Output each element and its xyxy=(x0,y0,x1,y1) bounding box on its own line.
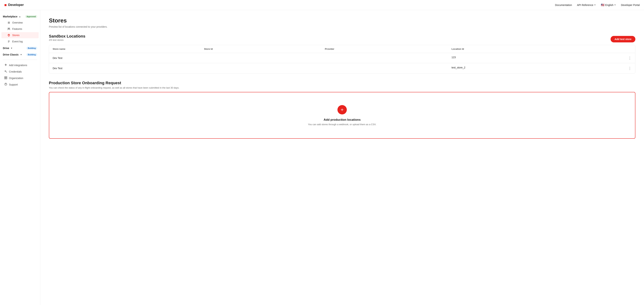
drive-classic-section-header[interactable]: Drive Classic ▼ Building xyxy=(0,52,40,58)
sidebar-item-support-label: Support xyxy=(9,83,18,86)
sidebar-item-overview-label: Overview xyxy=(12,21,23,24)
sidebar-item-stores-label: Stores xyxy=(12,34,20,37)
drive-classic-label: Drive Classic xyxy=(3,53,19,56)
drive-chevron-icon: ▼ xyxy=(10,47,12,49)
add-integrations-icon xyxy=(4,64,7,67)
sidebar-item-add-integrations[interactable]: Add integrations xyxy=(2,62,39,68)
sidebar-item-features[interactable]: Features xyxy=(2,26,39,32)
sandbox-section: Sandbox Locations 2/5 test stores Add te… xyxy=(49,34,636,74)
svg-rect-7 xyxy=(6,76,7,78)
row2-store-id xyxy=(200,63,321,74)
sidebar-item-features-label: Features xyxy=(12,28,22,30)
sandbox-section-header: Sandbox Locations 2/5 test stores Add te… xyxy=(49,34,636,44)
support-icon xyxy=(4,83,7,86)
drive-classic-header-left: Drive Classic ▼ xyxy=(3,53,22,56)
sidebar-item-credentials[interactable]: Credentials xyxy=(2,68,39,75)
page-subtitle: Preview list of locations connected to y… xyxy=(49,25,636,28)
svg-point-0 xyxy=(8,28,9,29)
svg-rect-4 xyxy=(5,65,7,65)
sandbox-title-group: Sandbox Locations 2/5 test stores xyxy=(49,34,85,44)
brand-name: Developer xyxy=(8,3,24,7)
row2-provider xyxy=(321,63,448,74)
main-layout: Marketplace ▲ Approved ⊞ Overview Featur… xyxy=(0,0,644,305)
sidebar-item-stores[interactable]: Stores xyxy=(2,32,39,38)
production-section: Production Store Onboarding Request You … xyxy=(49,81,636,139)
documentation-link[interactable]: Documentation xyxy=(555,4,572,6)
col-provider: Provider xyxy=(321,45,448,53)
svg-rect-8 xyxy=(4,78,6,79)
row2-location-id-value: test_store_2 xyxy=(452,66,466,69)
sidebar-item-organization-label: Organization xyxy=(9,77,23,80)
sidebar-item-event-log[interactable]: Event log xyxy=(2,38,39,44)
flag-icon: 🇺🇸 xyxy=(601,3,604,7)
add-test-store-button[interactable]: Add test store xyxy=(610,36,636,42)
svg-point-1 xyxy=(9,28,10,29)
table-row: Dev Test 123 ⋮ xyxy=(49,53,635,63)
row2-store-name: Dev Test xyxy=(49,63,200,74)
sidebar-item-event-log-label: Event log xyxy=(12,40,23,43)
sandbox-title: Sandbox Locations xyxy=(49,34,85,38)
svg-point-5 xyxy=(5,70,6,72)
api-reference-dropdown[interactable]: API Reference ▼ xyxy=(577,4,596,6)
api-reference-label: API Reference xyxy=(577,4,593,6)
svg-point-11 xyxy=(6,85,6,85)
col-location-id: Location Id xyxy=(448,45,635,53)
sandbox-table: Store name Store Id Provider Location Id… xyxy=(49,45,635,73)
drive-classic-badge: Building xyxy=(26,53,37,56)
marketplace-header-left: Marketplace ▲ xyxy=(3,15,21,18)
event-log-icon xyxy=(7,40,10,43)
marketplace-badge: Approved xyxy=(25,15,37,18)
production-title: Production Store Onboarding Request xyxy=(49,81,636,85)
row1-provider xyxy=(321,53,448,63)
drive-section-header[interactable]: Drive ▼ Building xyxy=(0,45,40,51)
row1-more-button[interactable]: ⋮ xyxy=(628,56,632,60)
row1-location-id-value: 123 xyxy=(452,56,456,59)
table-row: Dev Test test_store_2 ⋮ xyxy=(49,63,635,74)
row2-location-id: test_store_2 ⋮ xyxy=(448,63,635,74)
marketplace-chevron-icon: ▲ xyxy=(19,16,21,18)
app: ■ Developer Documentation API Reference … xyxy=(0,0,644,305)
developer-portal-link[interactable]: Developer Portal xyxy=(621,4,640,6)
features-icon xyxy=(7,27,10,30)
organization-icon xyxy=(4,76,7,80)
sidebar: Marketplace ▲ Approved ⊞ Overview Featur… xyxy=(0,10,40,305)
sidebar-section-drive-classic: Drive Classic ▼ Building xyxy=(0,52,40,58)
topnav: ■ Developer Documentation API Reference … xyxy=(0,0,644,10)
svg-rect-9 xyxy=(6,78,7,79)
sandbox-table-container: Store name Store Id Provider Location Id… xyxy=(49,45,636,74)
drive-header-left: Drive ▼ xyxy=(3,47,12,50)
col-store-name: Store name xyxy=(49,45,200,53)
col-store-id: Store Id xyxy=(200,45,321,53)
marketplace-label: Marketplace xyxy=(3,15,18,18)
language-arrow-icon: ▼ xyxy=(614,4,616,6)
row2-more-button[interactable]: ⋮ xyxy=(628,66,632,70)
drive-classic-chevron-icon: ▼ xyxy=(20,54,22,56)
credentials-icon xyxy=(4,70,7,73)
sidebar-section-drive: Drive ▼ Building xyxy=(0,45,40,51)
logo-icon: ■ xyxy=(4,3,7,7)
production-desc: You can check the status of any in-fligh… xyxy=(49,86,636,89)
add-production-button[interactable]: + xyxy=(338,105,347,114)
topnav-right: Documentation API Reference ▼ 🇺🇸 English… xyxy=(555,3,640,7)
language-dropdown[interactable]: 🇺🇸 English ▼ xyxy=(601,3,616,7)
table-body: Dev Test 123 ⋮ Dev Test xyxy=(49,53,635,74)
language-label: English xyxy=(605,4,614,6)
sidebar-item-organization[interactable]: Organization xyxy=(2,75,39,81)
sidebar-item-credentials-label: Credentials xyxy=(9,70,22,73)
table-head: Store name Store Id Provider Location Id xyxy=(49,45,635,53)
overview-icon: ⊞ xyxy=(7,21,10,24)
page-title: Stores xyxy=(49,17,636,24)
drive-label: Drive xyxy=(3,47,9,50)
production-card-title: Add production locations xyxy=(324,118,361,122)
svg-rect-6 xyxy=(4,76,6,78)
api-reference-arrow-icon: ▼ xyxy=(594,4,596,6)
main-content: Stores Preview list of locations connect… xyxy=(40,10,644,305)
row1-location-id: 123 ⋮ xyxy=(448,53,635,63)
svg-point-2 xyxy=(8,34,9,36)
sidebar-item-overview[interactable]: ⊞ Overview xyxy=(2,20,39,26)
marketplace-section-header[interactable]: Marketplace ▲ Approved xyxy=(0,14,40,20)
plus-icon: + xyxy=(341,107,344,112)
sidebar-section-marketplace: Marketplace ▲ Approved ⊞ Overview Featur… xyxy=(0,14,40,44)
brand: ■ Developer xyxy=(4,3,24,7)
sidebar-item-support[interactable]: Support xyxy=(2,81,39,88)
